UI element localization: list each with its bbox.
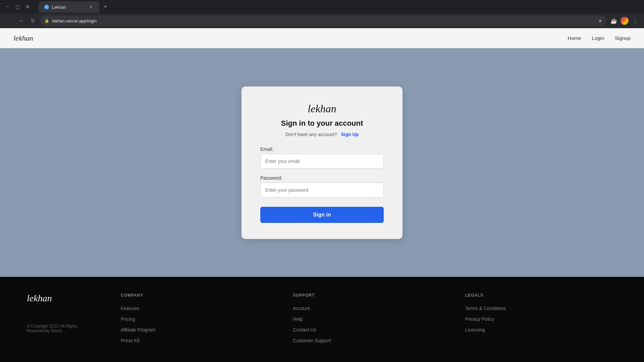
forward-button[interactable]: → xyxy=(16,16,25,25)
login-card: lekhan Sign in to your account Don't hav… xyxy=(241,86,402,239)
footer-link-privacy[interactable]: Privacy Policy xyxy=(465,316,617,322)
footer-company-title: COMPANY xyxy=(121,293,273,298)
profile-button[interactable] xyxy=(620,16,629,25)
footer-legals-title: LEGALS xyxy=(465,293,617,298)
email-input[interactable] xyxy=(260,154,384,169)
menu-button[interactable]: ⋮ xyxy=(631,16,640,25)
card-subtitle: Don't have any account? Sign Up xyxy=(285,132,359,137)
footer-link-customer-support[interactable]: Customer Support xyxy=(293,338,445,343)
footer-link-account[interactable]: Account xyxy=(293,306,445,311)
url-text: lekhan.vercel.app/login xyxy=(52,18,595,23)
nav-home-link[interactable]: Home xyxy=(568,35,581,41)
security-icon: 🔒 xyxy=(44,18,49,23)
footer-brand: lekhan © Copyright 2023. All Rights Rese… xyxy=(27,293,94,349)
footer-company-col: COMPANY Features Pricing Affiliate Progr… xyxy=(121,293,273,349)
email-form-group: Email: xyxy=(260,146,384,169)
footer-legals-col: LEGALS Terms & Conditions Privacy Policy… xyxy=(465,293,617,349)
browser-chrome: − ◻ ✕ ↩ Lekhan ✕ + ← → ↻ 🔒 lekhan.vercel… xyxy=(0,0,644,28)
site-logo: lekhan xyxy=(13,34,568,43)
back-button[interactable]: ← xyxy=(4,16,13,25)
footer-link-presskit[interactable]: Press Kit xyxy=(121,338,273,343)
footer-link-pricing[interactable]: Pricing xyxy=(121,316,273,322)
footer-columns: COMPANY Features Pricing Affiliate Progr… xyxy=(121,293,617,349)
footer-link-contact[interactable]: Contact Us xyxy=(293,327,445,333)
footer-copyright: © Copyright 2023. All Rights Reserved by… xyxy=(27,324,94,333)
email-label: Email: xyxy=(260,146,384,152)
reload-button[interactable]: ↻ xyxy=(28,16,38,25)
subtitle-text: Don't have any account? xyxy=(285,132,337,137)
tab-title: Lekhan xyxy=(52,5,66,10)
footer-support-col: SUPPORT Account Help Contact Us Customer… xyxy=(293,293,445,349)
nav-login-link[interactable]: Login xyxy=(592,35,604,41)
signup-link[interactable]: Sign Up xyxy=(341,132,359,137)
tab-close-button[interactable]: ✕ xyxy=(88,4,94,10)
bookmark-icon[interactable]: ★ xyxy=(598,18,602,23)
nav-links: Home Login Signup xyxy=(568,35,631,41)
site-footer: lekhan © Copyright 2023. All Rights Rese… xyxy=(0,277,644,362)
minimize-button[interactable]: − xyxy=(3,2,12,11)
footer-link-terms[interactable]: Terms & Conditions xyxy=(465,306,617,311)
new-tab-button[interactable]: + xyxy=(101,2,110,11)
card-title: Sign in to your account xyxy=(281,119,363,128)
address-bar[interactable]: 🔒 lekhan.vercel.app/login ★ xyxy=(40,15,606,26)
restore-button[interactable]: ◻ xyxy=(13,2,22,11)
browser-actions: ☕ ⋮ xyxy=(609,16,640,25)
footer-link-affiliate[interactable]: Affiliate Program xyxy=(121,327,273,333)
nav-signup-link[interactable]: Signup xyxy=(615,35,631,41)
password-form-group: Password: xyxy=(260,175,384,197)
close-button[interactable]: ✕ xyxy=(23,2,32,11)
footer-logo: lekhan xyxy=(27,293,94,304)
signin-button[interactable]: Sign in xyxy=(260,207,384,223)
footer-support-title: SUPPORT xyxy=(293,293,445,298)
footer-link-features[interactable]: Features xyxy=(121,306,273,311)
title-bar: − ◻ ✕ ↩ Lekhan ✕ + xyxy=(0,0,644,13)
password-label: Password: xyxy=(260,175,384,181)
site-nav: lekhan Home Login Signup xyxy=(0,28,644,48)
browser-controls: ← → ↻ 🔒 lekhan.vercel.app/login ★ ☕ ⋮ xyxy=(0,13,644,28)
browser-tab[interactable]: ↩ Lekhan ✕ xyxy=(39,1,99,13)
card-logo: lekhan xyxy=(308,103,336,115)
profile-avatar xyxy=(621,17,629,25)
password-input[interactable] xyxy=(260,183,384,197)
website: lekhan Home Login Signup lekhan Sign in … xyxy=(0,28,644,362)
footer-link-help[interactable]: Help xyxy=(293,316,445,322)
footer-link-licensing[interactable]: Licensing xyxy=(465,327,617,333)
main-content: lekhan Sign in to your account Don't hav… xyxy=(0,48,644,277)
tab-favicon: ↩ xyxy=(44,5,49,9)
extensions-button[interactable]: ☕ xyxy=(609,16,619,25)
